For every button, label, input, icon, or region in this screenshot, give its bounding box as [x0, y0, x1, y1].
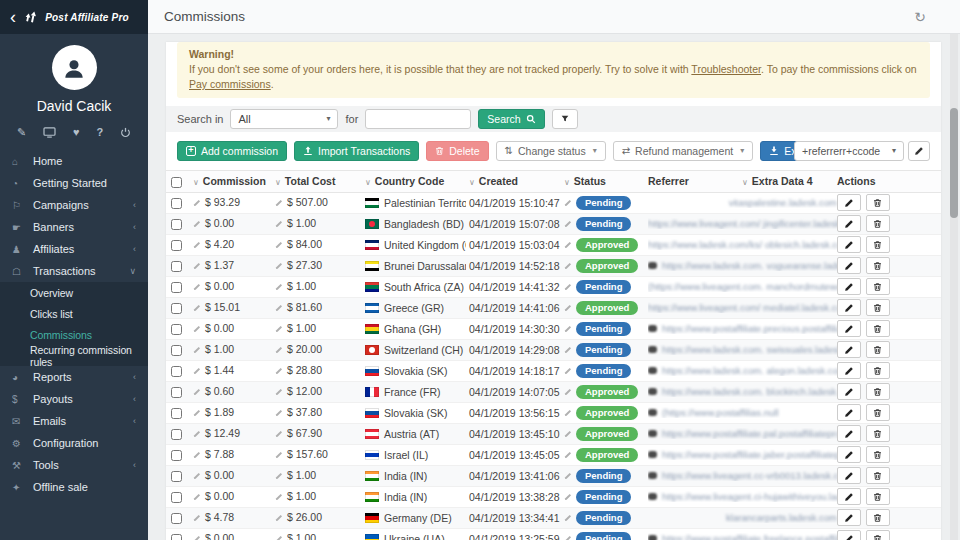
edit-status-icon[interactable]	[564, 365, 572, 377]
delete-row-button[interactable]	[866, 320, 890, 337]
sidebar-item-recurring-commission-rules[interactable]: Recurring commission rules	[0, 345, 148, 366]
row-checkbox[interactable]	[171, 534, 182, 540]
delete-row-button[interactable]	[866, 425, 890, 442]
sidebar-item-banners[interactable]: ☛ Banners ‹	[0, 216, 148, 238]
edit-row-button[interactable]	[837, 320, 861, 337]
sidebar-item-payouts[interactable]: $ Payouts ‹	[0, 388, 148, 410]
column-header-actions[interactable]: Actions	[834, 170, 941, 192]
edit-row-button[interactable]	[837, 446, 861, 463]
edit-total-icon[interactable]	[275, 533, 283, 540]
status-badge[interactable]: Pending	[576, 196, 631, 210]
search-input[interactable]	[365, 109, 471, 129]
edit-row-button[interactable]	[837, 236, 861, 253]
edit-commission-icon[interactable]	[193, 302, 201, 314]
edit-status-icon[interactable]	[564, 218, 572, 230]
sidebar-item-overview[interactable]: Overview	[0, 282, 148, 303]
delete-row-button[interactable]	[866, 404, 890, 421]
row-checkbox[interactable]	[171, 345, 182, 356]
row-checkbox[interactable]	[171, 219, 182, 230]
delete-row-button[interactable]	[866, 509, 890, 526]
delete-button[interactable]: Delete	[426, 141, 488, 161]
edit-row-button[interactable]	[837, 257, 861, 274]
edit-status-icon[interactable]	[564, 260, 572, 272]
edit-commission-icon[interactable]	[193, 533, 201, 540]
edit-commission-icon[interactable]	[193, 407, 201, 419]
edit-row-button[interactable]	[837, 383, 861, 400]
edit-profile-icon[interactable]: ✎	[17, 127, 26, 138]
edit-status-icon[interactable]	[564, 470, 572, 482]
sidebar-item-commissions[interactable]: Commissions	[0, 324, 148, 345]
edit-total-icon[interactable]	[275, 470, 283, 482]
status-badge[interactable]: Approved	[576, 427, 638, 441]
status-badge[interactable]: Pending	[576, 532, 631, 540]
sidebar-item-configuration[interactable]: ⚙ Configuration	[0, 432, 148, 454]
row-checkbox[interactable]	[171, 198, 182, 209]
row-checkbox[interactable]	[171, 408, 182, 419]
sidebar-item-affiliates[interactable]: ♟ Affiliates ‹	[0, 238, 148, 260]
status-badge[interactable]: Approved	[576, 259, 638, 273]
edit-total-icon[interactable]	[275, 260, 283, 272]
edit-status-icon[interactable]	[564, 344, 572, 356]
edit-total-icon[interactable]	[275, 323, 283, 335]
row-checkbox[interactable]	[171, 387, 182, 398]
referrer-link[interactable]: https://www.postaffiliate.jaber.postaffi…	[662, 449, 837, 460]
edit-row-button[interactable]	[837, 404, 861, 421]
search-button[interactable]: Search	[478, 109, 544, 129]
sidebar-item-tools[interactable]: ⚒ Tools ‹	[0, 454, 148, 476]
edit-row-button[interactable]	[837, 362, 861, 379]
referrer-link[interactable]: (https://www.liveagent.com. manchordmute…	[648, 281, 837, 292]
referrer-link[interactable]: https://www.ladesk.com/ks/ oblesich.lade…	[648, 239, 837, 250]
delete-row-button[interactable]	[866, 299, 890, 316]
edit-status-icon[interactable]	[564, 449, 572, 461]
referrer-link[interactable]: https://www.ladesk.com. voguearanse.lade…	[662, 260, 837, 271]
edit-total-icon[interactable]	[275, 386, 283, 398]
edit-commission-icon[interactable]	[193, 239, 201, 251]
avatar[interactable]	[52, 45, 97, 90]
referrer-link[interactable]: https://www.liveagent.ci-hujawithiveyou.…	[662, 491, 837, 502]
edit-total-icon[interactable]	[275, 302, 283, 314]
power-icon[interactable]	[120, 127, 131, 138]
column-header-created[interactable]: Created	[466, 170, 561, 192]
edit-commission-icon[interactable]	[193, 386, 201, 398]
edit-row-button[interactable]	[837, 467, 861, 484]
row-checkbox[interactable]	[171, 324, 182, 335]
delete-row-button[interactable]	[866, 236, 890, 253]
referrer-link[interactable]: https://www.postaffiliate.precious.posta…	[662, 323, 837, 334]
row-checkbox[interactable]	[171, 471, 182, 482]
delete-row-button[interactable]	[866, 341, 890, 358]
delete-row-button[interactable]	[866, 257, 890, 274]
search-scope-select[interactable]: All	[230, 109, 338, 129]
referrer-link[interactable]: https://www.ladesk.com. blockinch.ladesk…	[662, 386, 837, 397]
edit-columns-button[interactable]	[908, 141, 930, 161]
column-header-country-code[interactable]: Country Code	[362, 170, 466, 192]
row-checkbox[interactable]	[171, 429, 182, 440]
scrollbar-thumb[interactable]	[950, 108, 958, 218]
edit-total-icon[interactable]	[275, 428, 283, 440]
add-commission-button[interactable]: + Add commission	[177, 141, 287, 161]
edit-total-icon[interactable]	[275, 218, 283, 230]
edit-total-icon[interactable]	[275, 281, 283, 293]
sidebar-item-campaigns[interactable]: ⚐ Campaigns ‹	[0, 194, 148, 216]
columns-preset-select[interactable]: +referrerr+ccode	[794, 141, 904, 161]
rewards-icon[interactable]: ♥	[73, 127, 80, 138]
column-header-commission[interactable]: Commission	[190, 170, 272, 192]
edit-total-icon[interactable]	[275, 239, 283, 251]
referrer-link[interactable]: https://www.liveagent.com/ mediatel.lade…	[648, 302, 837, 313]
edit-commission-icon[interactable]	[193, 218, 201, 230]
status-badge[interactable]: Approved	[576, 406, 638, 420]
edit-total-icon[interactable]	[275, 491, 283, 503]
referrer-link[interactable]: https://www.liveagent.cc-vrb0013.ladesk.…	[662, 470, 837, 481]
edit-commission-icon[interactable]	[193, 512, 201, 524]
status-badge[interactable]: Pending	[576, 280, 631, 294]
edit-total-icon[interactable]	[275, 344, 283, 356]
row-checkbox[interactable]	[171, 366, 182, 377]
edit-commission-icon[interactable]	[193, 491, 201, 503]
delete-row-button[interactable]	[866, 488, 890, 505]
column-header-extra-data-4[interactable]: Extra Data 4	[739, 170, 834, 192]
help-icon[interactable]: ?	[96, 127, 103, 138]
edit-commission-icon[interactable]	[193, 344, 201, 356]
edit-row-button[interactable]	[837, 341, 861, 358]
edit-commission-icon[interactable]	[193, 365, 201, 377]
status-badge[interactable]: Pending	[576, 343, 631, 357]
sidebar-item-emails[interactable]: ✉ Emails ‹	[0, 410, 148, 432]
